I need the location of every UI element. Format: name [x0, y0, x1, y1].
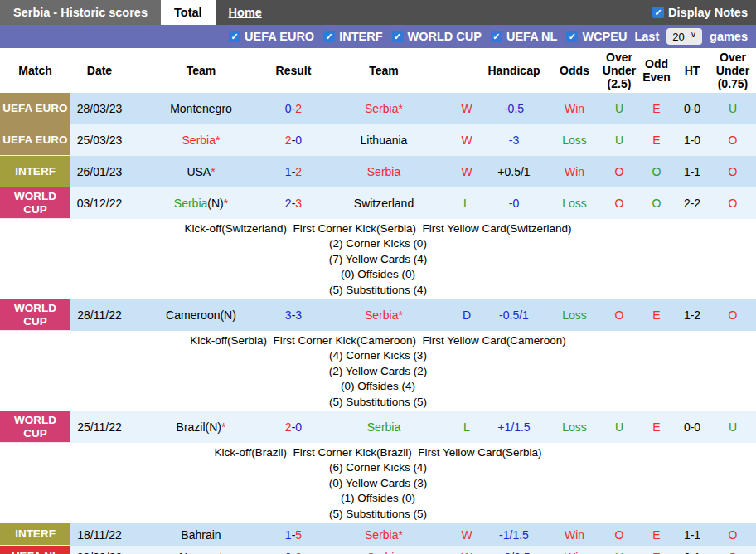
away-team: Lithuania — [313, 124, 454, 156]
notes-line: (2) Corner Kicks (0) — [0, 236, 756, 251]
last-label: Last — [634, 30, 659, 43]
home-team: Brazil(N)* — [128, 411, 274, 443]
over-under-0-75-value: O — [710, 546, 756, 554]
handicap-value: -0.5/1 — [479, 299, 549, 331]
notes-header-line: Kick-off(Serbia) First Corner Kick(Camer… — [0, 333, 756, 348]
match-date: 25/11/22 — [70, 411, 128, 443]
notes-row: Kick-off(Brazil) First Corner Kick(Brazi… — [0, 443, 756, 523]
match-row: UEFA EURO25/03/23Serbia*2-0LithuaniaW-3L… — [0, 124, 756, 156]
home-team: Serbia* — [128, 124, 274, 156]
top-bar: Serbia - Historic scores Total Home ✓ Di… — [0, 0, 756, 25]
notes-line: (6) Corner Kicks (4) — [0, 460, 756, 475]
header-ht: HT — [675, 48, 710, 93]
odd-even-value: E — [638, 523, 675, 546]
handicap-value: -1/1.5 — [479, 523, 549, 546]
away-team: Serbia — [313, 546, 454, 554]
over-under-0-75-value: U — [710, 93, 756, 124]
competition-filters: ✓UEFA EURO✓INTERF✓WORLD CUP✓UEFA NL✓WCPE… — [229, 30, 627, 43]
odds-result: Win — [549, 93, 600, 124]
odds-result: Win — [549, 523, 600, 546]
header-date: Date — [70, 48, 128, 93]
competition-badge: UEFA EURO — [0, 124, 70, 156]
header-result: Result — [274, 48, 313, 93]
score: 1-2 — [274, 156, 313, 187]
handicap-value: +1/1.5 — [479, 411, 549, 443]
competition-label: WORLD CUP — [0, 187, 70, 219]
checkbox-checked-icon[interactable]: ✓ — [491, 31, 502, 42]
half-time-score: 1-0 — [675, 124, 710, 156]
wdl-result: L — [454, 187, 479, 219]
checkbox-checked-icon[interactable]: ✓ — [652, 7, 664, 18]
competition-filter-uefa-nl[interactable]: ✓UEFA NL — [491, 30, 558, 43]
competition-filter-world-cup[interactable]: ✓WORLD CUP — [392, 30, 482, 43]
away-team: Serbia — [313, 411, 454, 443]
header-match: Match — [0, 48, 70, 93]
odds-result: Loss — [549, 411, 600, 443]
checkbox-checked-icon[interactable]: ✓ — [392, 31, 404, 42]
half-time-score: 1-2 — [675, 299, 710, 331]
competition-filter-interf[interactable]: ✓INTERF — [323, 30, 382, 43]
tab-total[interactable]: Total — [161, 0, 216, 25]
notes-line: (0) Offsides (4) — [0, 379, 756, 394]
half-time-score: 1-1 — [675, 523, 710, 546]
over-under-0-75-value: O — [710, 299, 756, 331]
odd-even-value: E — [638, 546, 675, 554]
match-row: UEFA EURO28/03/23Montenegro0-2Serbia*W-0… — [0, 93, 756, 124]
odds-result: Loss — [549, 299, 600, 331]
match-row: INTERF18/11/22Bahrain1-5Serbia*W-1/1.5Wi… — [0, 523, 756, 546]
checkbox-checked-icon[interactable]: ✓ — [323, 31, 335, 42]
odds-result: Win — [549, 156, 600, 187]
over-under-2-5-value: U — [600, 546, 638, 554]
wdl-result: L — [454, 411, 479, 443]
tab-home[interactable]: Home — [216, 0, 275, 25]
score: 0-2 — [274, 93, 313, 124]
match-date: 28/09/22 — [70, 546, 128, 554]
wdl-result: W — [454, 93, 479, 124]
over-under-0-75-value: O — [710, 124, 756, 156]
over-under-2-5-value: U — [600, 124, 638, 156]
away-team: Serbia* — [313, 523, 454, 546]
competition-label: UEFA EURO — [0, 124, 70, 156]
over-under-2-5-value: O — [600, 523, 638, 546]
odds-result: Win — [549, 546, 600, 554]
half-time-score: 1-1 — [675, 156, 710, 187]
competition-badge: WORLD CUP — [0, 411, 70, 443]
notes-line: (5) Substitutions (5) — [0, 395, 756, 410]
over-under-0-75-value: U — [710, 411, 756, 443]
competition-filter-label: WCPEU — [582, 30, 627, 43]
match-date: 28/03/23 — [70, 93, 128, 124]
competition-badge: WORLD CUP — [0, 187, 70, 219]
notes-line: (5) Substitutions (4) — [0, 283, 756, 298]
checkbox-checked-icon[interactable]: ✓ — [566, 31, 578, 42]
header-handicap: Handicap — [479, 48, 549, 93]
app-root: Serbia - Historic scores Total Home ✓ Di… — [0, 0, 756, 554]
competition-label: UEFA NL — [0, 546, 70, 554]
handicap-value: -0.5 — [479, 93, 549, 124]
over-under-2-5-value: O — [600, 156, 638, 187]
score: 0-2 — [274, 546, 313, 554]
competition-filter-uefa-euro[interactable]: ✓UEFA EURO — [229, 30, 314, 43]
display-notes-toggle[interactable]: ✓ Display Notes — [652, 0, 756, 25]
score: 2-0 — [274, 124, 313, 156]
match-row: INTERF26/01/23USA*1-2SerbiaW+0.5/1WinOO1… — [0, 156, 756, 187]
notes-row: Kick-off(Serbia) First Corner Kick(Camer… — [0, 331, 756, 411]
competition-label: UEFA EURO — [0, 93, 70, 124]
handicap-value: -3 — [479, 124, 549, 156]
header-over-under-0-75: Over Under (0.75) — [710, 48, 756, 93]
match-date: 28/11/22 — [70, 299, 128, 331]
over-under-0-75-value: O — [710, 156, 756, 187]
competition-filter-wcpeu[interactable]: ✓WCPEU — [566, 30, 627, 43]
match-date: 18/11/22 — [70, 523, 128, 546]
handicap-value: -0 — [479, 187, 549, 219]
home-team: USA* — [128, 156, 274, 187]
match-date: 03/12/22 — [70, 187, 128, 219]
competition-label: WORLD CUP — [0, 411, 70, 443]
checkbox-checked-icon[interactable]: ✓ — [229, 31, 240, 42]
notes-header-line: Kick-off(Brazil) First Corner Kick(Brazi… — [0, 445, 756, 460]
handicap-value: +0/0.5 — [479, 546, 549, 554]
match-row: WORLD CUP28/11/22Cameroon(N)3-3Serbia*D-… — [0, 299, 756, 331]
games-count-select[interactable]: 20 ∨ — [666, 28, 702, 45]
over-under-0-75-value: O — [710, 523, 756, 546]
filter-bar: ✓UEFA EURO✓INTERF✓WORLD CUP✓UEFA NL✓WCPE… — [0, 25, 756, 48]
competition-label: INTERF — [0, 523, 70, 546]
